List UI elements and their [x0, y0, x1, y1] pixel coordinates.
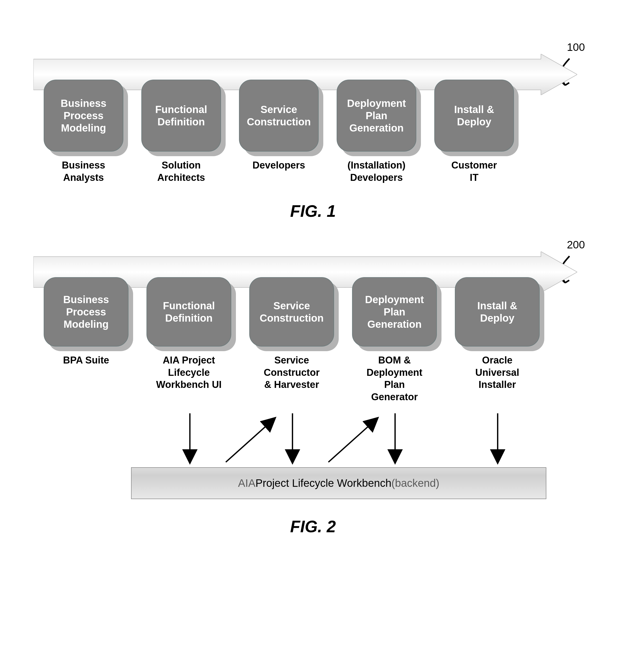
fig2-box-3-title: ServiceConstruction [260, 299, 324, 324]
fig1-box-row: BusinessProcessModeling FunctionalDefini… [33, 80, 593, 151]
fig1-box-1-title: BusinessProcessModeling [61, 97, 107, 134]
fig2-box-3: ServiceConstruction [249, 277, 334, 346]
fig2-backend-suffix: (backend) [391, 477, 439, 489]
fig2-caption-3: ServiceConstructor& Harvester [249, 354, 334, 403]
fig2-caption-5: OracleUniversalInstaller [455, 354, 540, 403]
fig2-box-2: FunctionalDefinition [146, 277, 231, 346]
fig1-box-5-title: Install &Deploy [454, 103, 494, 128]
fig2-box-5-title: Install &Deploy [477, 299, 517, 324]
figure-1: 100 BusinessProcessModeling [33, 54, 593, 221]
fig2-flow-arrows [44, 411, 582, 467]
fig2-box-4: DeploymentPlanGeneration [352, 277, 437, 346]
fig2-box-1-title: BusinessProcessModeling [63, 293, 109, 330]
fig2-caption-2: AIA ProjectLifecycleWorkbench UI [146, 354, 231, 403]
fig2-box-5: Install &Deploy [455, 277, 540, 346]
fig1-box-2: FunctionalDefinition [141, 80, 221, 151]
fig1-box-3-title: ServiceConstruction [247, 103, 311, 128]
svg-line-7 [328, 418, 377, 462]
fig1-caption-3: Developers [239, 159, 319, 184]
fig1-box-4: DeploymentPlanGeneration [337, 80, 416, 151]
fig1-label: FIG. 1 [33, 202, 593, 221]
fig2-box-4-title: DeploymentPlanGeneration [365, 293, 424, 330]
fig2-box-1: BusinessProcessModeling [44, 277, 129, 346]
fig1-caption-row: BusinessAnalysts SolutionArchitects Deve… [33, 159, 593, 184]
fig1-ref-number: 100 [567, 41, 585, 53]
fig1-box-1: BusinessProcessModeling [44, 80, 123, 151]
fig2-caption-4: BOM &DeploymentPlanGenerator [352, 354, 437, 403]
fig1-caption-4: (Installation)Developers [337, 159, 416, 184]
fig1-box-5: Install &Deploy [434, 80, 514, 151]
fig2-caption-row: BPA Suite AIA ProjectLifecycleWorkbench … [33, 354, 593, 403]
fig1-caption-1: BusinessAnalysts [44, 159, 123, 184]
fig2-box-row: BusinessProcessModeling FunctionalDefini… [33, 277, 593, 346]
fig2-label: FIG. 2 [33, 517, 593, 536]
fig1-box-4-title: DeploymentPlanGeneration [347, 97, 406, 134]
fig2-backend-bar: AIA Project Lifecycle Workbench (backend… [131, 467, 546, 499]
fig2-backend-emph: Project Lifecycle Workbench [255, 477, 391, 489]
figure-2: 200 BusinessProcessModeling [33, 251, 593, 536]
fig2-box-2-title: FunctionalDefinition [163, 299, 215, 324]
fig1-caption-5: CustomerIT [434, 159, 514, 184]
fig2-caption-1: BPA Suite [44, 354, 129, 403]
svg-line-6 [226, 418, 275, 462]
fig1-caption-2: SolutionArchitects [141, 159, 221, 184]
fig1-box-3: ServiceConstruction [239, 80, 319, 151]
fig2-ref-number: 200 [567, 239, 585, 251]
fig1-box-2-title: FunctionalDefinition [155, 103, 207, 128]
fig2-backend-prefix: AIA [238, 477, 255, 489]
